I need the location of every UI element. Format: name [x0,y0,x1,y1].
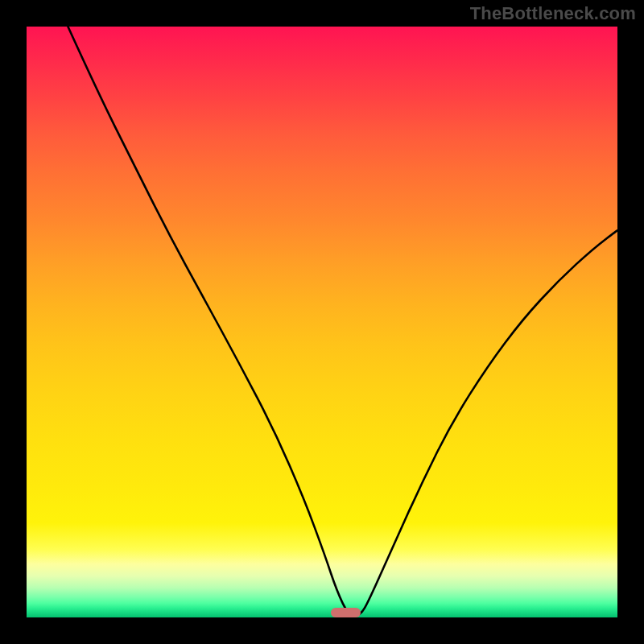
bottleneck-curve [27,27,617,617]
chart-frame: TheBottleneck.com [0,0,644,644]
optimal-range-marker [331,608,361,617]
watermark-text: TheBottleneck.com [470,3,636,24]
curve-path [68,27,617,616]
plot-area [27,27,617,617]
